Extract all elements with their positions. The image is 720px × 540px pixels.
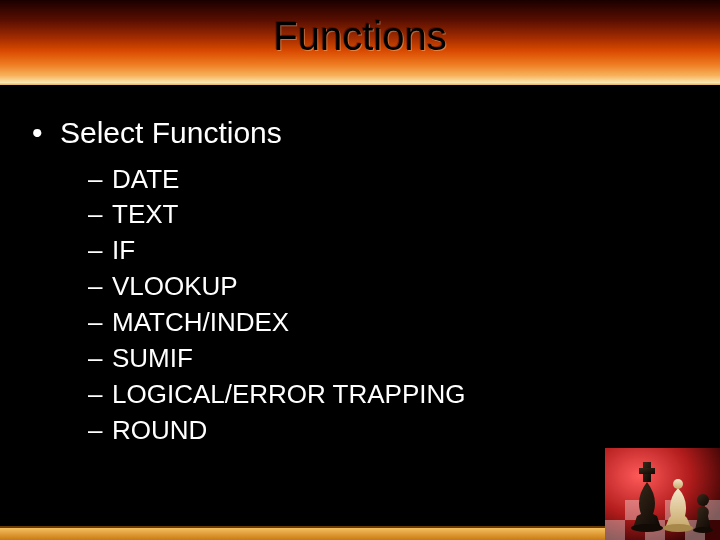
- svg-rect-8: [639, 468, 655, 474]
- dash-icon: –: [88, 377, 112, 413]
- title-bottom-rule: [0, 82, 720, 85]
- list-item-label: LOGICAL/ERROR TRAPPING: [112, 377, 466, 413]
- svg-rect-1: [605, 520, 625, 540]
- svg-point-9: [631, 524, 663, 532]
- dash-icon: –: [88, 305, 112, 341]
- list-item: – VLOOKUP: [88, 269, 672, 305]
- dash-icon: –: [88, 197, 112, 233]
- list-item-label: TEXT: [112, 197, 178, 233]
- list-item: – DATE: [88, 162, 672, 198]
- list-item: – LOGICAL/ERROR TRAPPING: [88, 377, 672, 413]
- svg-point-13: [693, 527, 713, 533]
- list-item-label: SUMIF: [112, 341, 193, 377]
- function-list: – DATE – TEXT – IF – VLOOKUP – MATCH/IND…: [88, 162, 672, 449]
- list-item-label: VLOOKUP: [112, 269, 238, 305]
- dash-icon: –: [88, 341, 112, 377]
- svg-point-10: [673, 479, 683, 489]
- list-item-label: MATCH/INDEX: [112, 305, 289, 341]
- list-item: – ROUND: [88, 413, 672, 449]
- slide-title: Functions: [0, 14, 720, 59]
- dash-icon: –: [88, 233, 112, 269]
- list-item: – IF: [88, 233, 672, 269]
- body-heading-row: • Select Functions: [32, 114, 672, 152]
- list-item-label: ROUND: [112, 413, 207, 449]
- svg-point-12: [697, 494, 709, 506]
- dash-icon: –: [88, 269, 112, 305]
- dash-icon: –: [88, 413, 112, 449]
- chess-image: [605, 448, 720, 540]
- svg-point-11: [663, 524, 693, 532]
- body-heading: Select Functions: [60, 114, 282, 152]
- list-item: – SUMIF: [88, 341, 672, 377]
- list-item-label: DATE: [112, 162, 179, 198]
- slide: Functions • Select Functions – DATE – TE…: [0, 0, 720, 540]
- slide-body: • Select Functions – DATE – TEXT – IF – …: [32, 100, 672, 449]
- bullet-icon: •: [32, 114, 60, 152]
- list-item: – TEXT: [88, 197, 672, 233]
- list-item-label: IF: [112, 233, 135, 269]
- dash-icon: –: [88, 162, 112, 198]
- list-item: – MATCH/INDEX: [88, 305, 672, 341]
